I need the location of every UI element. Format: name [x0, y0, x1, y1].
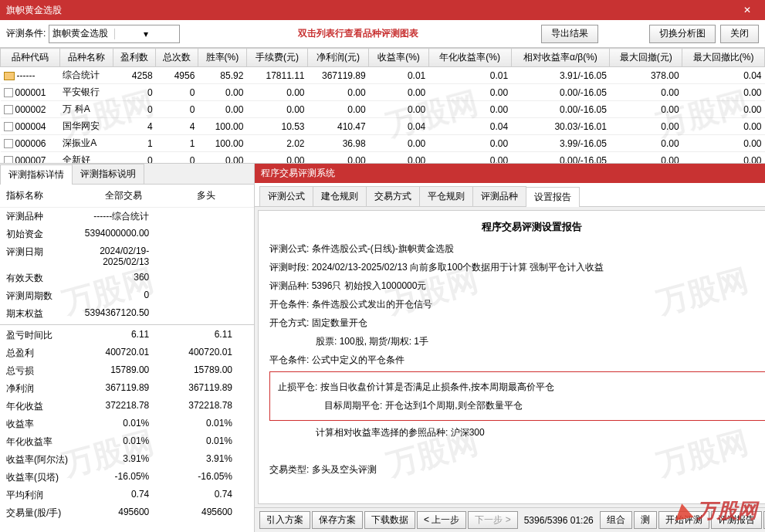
- inner-tabs: 评测公式建仓规则交易方式平仓规则评测品种设置报告: [255, 183, 765, 207]
- condition-value: 旗帜黄金选股: [52, 27, 114, 40]
- stat-row: 盈亏时间比6.116.11: [0, 327, 254, 344]
- file-icon: [4, 122, 13, 131]
- column-header[interactable]: 净利润(元): [308, 49, 369, 67]
- stat-row: 期末权益5394367120.50: [0, 305, 254, 323]
- file-icon: [4, 105, 13, 114]
- stat-row: 评测品种------综合统计: [0, 208, 254, 225]
- inner-tab[interactable]: 评测公式: [259, 186, 313, 206]
- stat-row: 收益率0.01%0.01%: [0, 415, 254, 433]
- bottom-bar: 引入方案 保存方案 下载数据 < 上一步 下一步 > 5396/5396 01:…: [255, 507, 765, 532]
- chevron-down-icon[interactable]: ▾: [114, 29, 177, 39]
- stat-row: 交易量(股/手)495600495600: [0, 504, 254, 522]
- report-line: 股票: 100股, 期货/期权: 1手: [269, 333, 765, 350]
- col-long: 多头: [164, 189, 248, 202]
- stat-row: 年化收益率0.01%0.01%: [0, 433, 254, 451]
- table-row[interactable]: 000002万 科A000.000.000.000.000.000.00/-16…: [1, 101, 765, 118]
- import-button[interactable]: 引入方案: [259, 511, 310, 529]
- report-line: 平仓条件: 公式中定义的平仓条件: [269, 351, 765, 368]
- inner-tab[interactable]: 建仓规则: [313, 186, 367, 206]
- table-row[interactable]: ------综合统计4258495685.9217811.11367119.89…: [1, 67, 765, 84]
- table-row[interactable]: 000001平安银行000.000.000.000.000.000.00/-16…: [1, 84, 765, 101]
- column-header[interactable]: 相对收益率α/β(%): [511, 49, 610, 67]
- titlebar: 旗帜黄金选股 ✕: [0, 0, 765, 20]
- close-icon[interactable]: ✕: [736, 5, 759, 15]
- toolbar: 评测条件: 旗帜黄金选股 ▾ 双击列表行查看品种评测图表 导出结果 切换分析图 …: [0, 20, 765, 48]
- grid[interactable]: 品种代码品种名称盈利数总次数胜率(%)手续费(元)净利润(元)收益率(%)年化收…: [0, 48, 765, 164]
- right-pane: 程序交易评测系统 评测公式建仓规则交易方式平仓规则评测品种设置报告 程序交易评测…: [255, 164, 765, 532]
- eval-report-button[interactable]: 评测报告: [711, 511, 762, 529]
- tab-explain[interactable]: 评测指标说明: [72, 164, 144, 184]
- stat-row: 收益率(阿尔法)3.91%3.91%: [0, 451, 254, 469]
- stat-row: 总盈利400720.01400720.01: [0, 344, 254, 362]
- condition-label: 评测条件:: [6, 27, 46, 40]
- sub-titlebar: 程序交易评测系统: [255, 164, 765, 183]
- stat-row: 总亏损15789.0015789.00: [0, 362, 254, 380]
- folder-icon: [4, 72, 15, 80]
- column-header[interactable]: 品种名称: [59, 49, 113, 67]
- window-title: 旗帜黄金选股: [6, 4, 736, 17]
- column-header[interactable]: 最大回撤(元): [610, 49, 682, 67]
- next-button: 下一步 >: [468, 511, 517, 529]
- stat-row: 年化收益372218.78372218.78: [0, 398, 254, 415]
- stat-row: 初始资金5394000000.00: [0, 225, 254, 243]
- inner-tab[interactable]: 交易方式: [366, 186, 420, 206]
- stat-row: 收益率(贝塔)-16.05%-16.05%: [0, 469, 254, 486]
- save-button[interactable]: 保存方案: [312, 511, 363, 529]
- report-line: 评测时段: 2024/02/13-2025/02/13 向前多取100个数据用于…: [269, 259, 765, 276]
- hint-text: 双击列表行查看品种评测图表: [180, 27, 537, 40]
- file-icon: [4, 139, 13, 148]
- table-row[interactable]: 000007全新好000.000.000.000.000.000.00/-16.…: [1, 152, 765, 164]
- status-text: 5396/5396 01:26: [524, 515, 594, 526]
- column-header[interactable]: 手续费(元): [246, 49, 307, 67]
- stats-header: 指标名称 全部交易 多头: [0, 185, 254, 208]
- column-header[interactable]: 最大回撤比(%): [682, 49, 765, 67]
- column-header[interactable]: 品种代码: [1, 49, 60, 67]
- condition-combo[interactable]: 旗帜黄金选股 ▾: [49, 25, 180, 43]
- start-eval-button[interactable]: 开始评测: [658, 511, 709, 529]
- inner-tab[interactable]: 平仓规则: [419, 186, 473, 206]
- column-header[interactable]: 盈利数: [113, 49, 156, 67]
- stat-row: 净利润367119.89367119.89: [0, 380, 254, 398]
- report-line: 目标周期平仓: 开仓达到1个周期,则全部数量平仓: [278, 397, 765, 414]
- prev-button[interactable]: < 上一步: [417, 511, 466, 529]
- export-button[interactable]: 导出结果: [541, 25, 598, 43]
- col-name: 指标名称: [6, 189, 82, 202]
- report-heading: 程序交易评测设置报告: [269, 219, 765, 236]
- report-line: 交易类型: 多头及空头评测: [269, 461, 765, 478]
- report-line: 评测公式: 条件选股公式-(日线)-旗帜黄金选股: [269, 240, 765, 257]
- test-button[interactable]: 测: [634, 511, 657, 529]
- inner-tab[interactable]: 评测品种: [472, 186, 526, 206]
- file-icon: [4, 156, 13, 164]
- report-line: 开仓条件: 条件选股公式发出的开仓信号: [269, 296, 765, 313]
- report-line: 计算相对收益率选择的参照品种: 沪深300: [269, 424, 765, 441]
- col-all: 全部交易: [82, 189, 165, 202]
- tab-detail[interactable]: 评测指标详情: [0, 164, 73, 185]
- combo-button[interactable]: 组合: [600, 511, 632, 529]
- switch-chart-button[interactable]: 切换分析图: [649, 25, 716, 43]
- column-header[interactable]: 总次数: [156, 49, 198, 67]
- report-line: 开仓方式: 固定数量开仓: [269, 314, 765, 331]
- column-header[interactable]: 收益率(%): [369, 49, 429, 67]
- report-highlight-box: 止损平仓: 按当日收盘价计算是否满足止损条件,按本周期最高价平仓 目标周期平仓:…: [269, 371, 765, 421]
- stat-row: 平均利润0.740.74: [0, 486, 254, 504]
- column-header[interactable]: 年化收益率(%): [428, 49, 511, 67]
- column-header[interactable]: 胜率(%): [198, 49, 246, 67]
- inner-tab[interactable]: 设置报告: [526, 187, 580, 207]
- stat-row: 评测周期数0: [0, 287, 254, 305]
- left-pane: 评测指标详情 评测指标说明 指标名称 全部交易 多头 评测品种------综合统…: [0, 164, 255, 532]
- report: 程序交易评测设置报告 评测公式: 条件选股公式-(日线)-旗帜黄金选股 评测时段…: [258, 210, 765, 504]
- stat-row: 评测日期2024/02/19-2025/02/13: [0, 243, 254, 269]
- stat-row: 有效天数360: [0, 269, 254, 287]
- left-tabs: 评测指标详情 评测指标说明: [0, 164, 254, 185]
- report-line: 评测品种: 5396只 初始投入1000000元: [269, 277, 765, 294]
- download-button[interactable]: 下载数据: [364, 511, 415, 529]
- report-line: 止损平仓: 按当日收盘价计算是否满足止损条件,按本周期最高价平仓: [278, 378, 765, 395]
- stats-body: 评测品种------综合统计初始资金5394000000.00评测日期2024/…: [0, 208, 254, 532]
- table-row[interactable]: 000004国华网安44100.0010.53410.470.040.0430.…: [1, 118, 765, 135]
- table-row[interactable]: 000006深振业A11100.002.0236.980.000.003.99/…: [1, 135, 765, 152]
- file-icon: [4, 88, 13, 97]
- close-button[interactable]: 关闭: [720, 25, 759, 43]
